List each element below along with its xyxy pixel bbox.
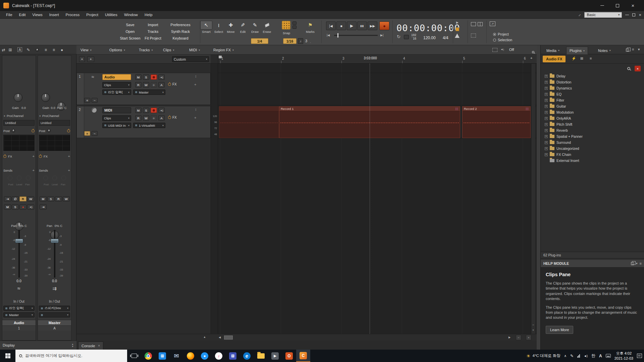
clip-region[interactable]	[219, 106, 279, 138]
open-button[interactable]: Open	[119, 29, 141, 34]
tracks-menu[interactable]: Tracks	[137, 47, 155, 53]
fx-rack-header[interactable]: FX +	[39, 154, 70, 159]
eq-post-row[interactable]: Post	[39, 128, 70, 133]
fx-bin[interactable]: FX	[168, 116, 177, 119]
track-name[interactable]: Audio	[102, 74, 131, 80]
plugin-folder-filter[interactable]: Filter	[541, 97, 644, 103]
snap-resolution-box[interactable]: 1/16	[283, 38, 297, 44]
automation-write-button[interactable]: W	[143, 115, 149, 121]
expand-icon[interactable]	[545, 147, 548, 150]
mute-button[interactable]: M	[135, 108, 142, 113]
arm-record-button[interactable]	[151, 108, 157, 113]
menu-help[interactable]: Help	[141, 12, 156, 18]
track-control-preset-dropdown[interactable]: Custom	[172, 56, 209, 62]
mdi-restore-icon[interactable]	[632, 13, 635, 16]
learn-more-button[interactable]: Learn More	[546, 326, 573, 334]
automation-read-button[interactable]: R	[19, 196, 26, 201]
mdi-close-icon[interactable]: ×	[639, 12, 641, 17]
menu-process[interactable]: Process	[62, 12, 83, 18]
import-button[interactable]: Import	[141, 23, 165, 27]
help-module-header[interactable]: HELP MODULE ▾ ≡	[541, 260, 644, 267]
position-slider[interactable]	[334, 35, 378, 36]
fx-power-icon[interactable]	[168, 116, 171, 119]
fit-project-button[interactable]: Fit Project	[141, 36, 165, 40]
marks-module[interactable]: ⚑ Marks	[306, 21, 315, 34]
tool-edit[interactable]: ✎ Edit	[237, 21, 249, 34]
menu-views[interactable]: Views	[29, 12, 46, 18]
menu-file[interactable]: File	[3, 12, 16, 18]
scroll-left-icon[interactable]: ◀	[219, 336, 221, 339]
input-echo-button[interactable]: ◄)	[158, 74, 165, 80]
eq-post-row[interactable]: Post	[3, 128, 35, 133]
input-echo-button[interactable]: ⇥	[40, 204, 47, 209]
expand-track-icon[interactable]: ↕	[195, 107, 197, 111]
expand-icon[interactable]	[545, 153, 548, 156]
track-layers-icon[interactable]: ≡	[84, 98, 90, 103]
menu-edit[interactable]: Edit	[16, 12, 29, 18]
snap-button[interactable]	[282, 21, 290, 29]
taskbar-media-app-icon[interactable]: ▶	[268, 350, 282, 362]
output-selector[interactable]: Master	[3, 312, 35, 317]
meters-icon[interactable]: ≡	[43, 47, 49, 53]
play-button[interactable]: ▶	[347, 21, 357, 30]
help-caret-icon[interactable]: ▾	[636, 262, 638, 265]
selection-module-icon[interactable]	[471, 34, 476, 38]
plugin-folder-delay[interactable]: Delay	[541, 73, 644, 79]
name-display-icon[interactable]: A	[17, 47, 22, 52]
vertical-scrollbar[interactable]: − +	[531, 64, 535, 334]
taskbar-chat-app-icon[interactable]: ●	[198, 350, 212, 362]
action-center-icon[interactable]	[637, 354, 642, 358]
midi-menu[interactable]: MIDI	[187, 47, 202, 53]
step-play-icon[interactable]: ▶	[456, 21, 459, 24]
strip-name[interactable]: Master	[38, 320, 71, 326]
sends-header[interactable]: Sends +	[3, 168, 35, 172]
tempo-display[interactable]: 120.00	[423, 36, 436, 40]
input-selector[interactable]: USB MIDI In	[102, 123, 131, 128]
options-circle-icon[interactable]: ●	[59, 47, 65, 53]
clock[interactable]: 오후 4:02 2021-12-03	[614, 351, 633, 361]
track-layers-icon[interactable]: ≡	[84, 131, 90, 136]
plugin-folder-eq[interactable]: EQ	[541, 91, 644, 97]
automation-write-button[interactable]: W	[27, 196, 34, 201]
loop-icon[interactable]: ↻	[397, 34, 400, 39]
position-slider-thumb[interactable]	[337, 33, 338, 38]
track-tab-selector[interactable]: Clips	[102, 82, 131, 88]
rewind-button[interactable]: |◀	[326, 21, 336, 30]
expand-icon[interactable]	[545, 141, 548, 144]
gain-knob[interactable]	[41, 93, 50, 102]
expand-workspace-icon[interactable]: ↔	[577, 12, 582, 17]
clips-pane[interactable]: Record 1 Record 2 − +	[218, 64, 537, 334]
clip-grip-icon[interactable]	[526, 108, 529, 110]
track-tab-selector[interactable]: Clips	[102, 115, 131, 121]
taskbar-blue-grid-app-icon[interactable]: ⊞	[226, 350, 240, 362]
fx-power-icon[interactable]	[168, 83, 171, 86]
dock-options-icon[interactable]: ≡	[632, 47, 634, 51]
grid-icon[interactable]: ⊞	[7, 47, 13, 53]
audition-speaker-icon[interactable]: ◄)	[500, 48, 504, 51]
plugin-layout-icon[interactable]: ⊞	[580, 56, 583, 61]
taskbar-cakewalk-icon[interactable]: C	[296, 350, 310, 362]
add-send-icon[interactable]: +	[68, 168, 70, 172]
region-fx-menu[interactable]: Region FX	[211, 47, 236, 53]
workspace-dropdown[interactable]: Basic	[584, 12, 622, 18]
expand-icon[interactable]	[545, 75, 548, 78]
add-send-icon[interactable]: +	[33, 168, 35, 172]
zoom-out-button[interactable]: −	[516, 335, 521, 340]
select-region-icon[interactable]	[492, 48, 497, 52]
now-time-marker[interactable]: 3:03:000	[359, 56, 382, 60]
plugin-folder-onlyara[interactable]: OnlyARA	[541, 115, 644, 121]
snap-to-icon[interactable]	[292, 21, 297, 25]
expand-icon[interactable]	[545, 135, 548, 138]
track-2[interactable]: 2 MIDI M S ◄) ↕ Clips R W ∗ A FX +	[76, 106, 211, 138]
scroll-right-icon[interactable]: ▶	[508, 336, 511, 339]
ppq-display[interactable]: 192 16	[411, 34, 416, 41]
snap-dot-icon[interactable]: .	[310, 40, 311, 44]
start-screen-button[interactable]: Start Screen	[119, 36, 141, 40]
search-icon[interactable]	[627, 67, 630, 70]
now-time-cursor[interactable]	[370, 64, 370, 334]
add-ruler-lane-icon[interactable]: +	[530, 56, 532, 60]
solo-button[interactable]: S	[47, 196, 54, 201]
expand-track-icon[interactable]: ↕	[195, 74, 197, 78]
snap-by-icon[interactable]	[292, 25, 297, 29]
collapse-panel-icon[interactable]: ▾	[638, 47, 640, 52]
